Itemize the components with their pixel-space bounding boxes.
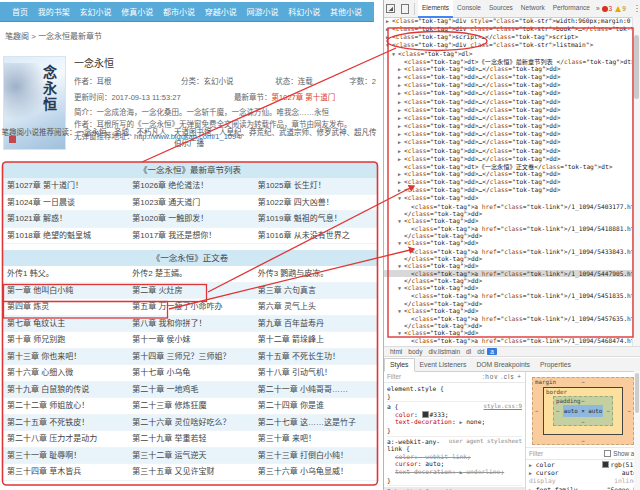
chapter-link[interactable]: 第1018章 绝望的魁皇城 bbox=[2, 228, 127, 245]
chapter-link[interactable]: 第十五章 不死长生功！ bbox=[253, 349, 378, 366]
tree-node[interactable]: ▶<class="tok-tag">script>…</class="tok-t… bbox=[384, 33, 633, 41]
chapter-link[interactable]: 外传3 鹦鹉与皮冻。 bbox=[253, 266, 378, 283]
css-selector[interactable]: style.css:9a { bbox=[387, 403, 522, 411]
tree-node[interactable]: ▼<class="tok-tag">div class="class="tok-… bbox=[384, 41, 633, 49]
scrollbar-thumb[interactable] bbox=[634, 35, 639, 99]
chapter-link[interactable]: 第十一章 侯小妹 bbox=[127, 332, 252, 349]
elements-tree-scrollbar[interactable] bbox=[632, 17, 640, 346]
styles-tab-event-listeners[interactable]: Event Listeners bbox=[415, 359, 472, 371]
tree-node[interactable]: ▶<class="tok-tag">dd>…</class="tok-tag">… bbox=[384, 138, 633, 146]
tree-node[interactable]: ▶<class="tok-tag">dd>…</class="tok-tag">… bbox=[384, 114, 633, 122]
recommend-link[interactable]: 超凡传 bbox=[354, 128, 377, 137]
tree-node[interactable]: ▼<class="tok-tag">dd> bbox=[384, 284, 633, 292]
tree-node[interactable]: </class="tok-tag">dd> bbox=[384, 255, 633, 262]
chapter-link[interactable]: 第十章 师兄别跑 bbox=[2, 332, 127, 349]
chapter-link[interactable]: 第十三章 你也来吧！ bbox=[2, 349, 127, 366]
tree-node[interactable]: ▼<class="tok-tag">dl> bbox=[384, 50, 633, 58]
nav-item[interactable]: 穿越小说 bbox=[205, 6, 237, 17]
styles-filter-input[interactable]: Filter bbox=[387, 373, 401, 380]
tree-node[interactable]: ▶<class="tok-tag">dd>…</class="tok-tag">… bbox=[384, 122, 633, 130]
devtools-tab-console[interactable]: Console bbox=[453, 0, 485, 16]
tree-node[interactable]: ▶<class="tok-tag">div style="class="tok-… bbox=[384, 17, 633, 25]
css-property[interactable]: color: -webkit-link; bbox=[387, 453, 522, 461]
show-all-toggle[interactable]: Show all bbox=[604, 450, 637, 457]
nav-item[interactable]: 我的书架 bbox=[38, 6, 70, 17]
chapter-link[interactable]: 第二章 火灶房 bbox=[127, 283, 252, 300]
tree-node[interactable]: ▶<class="tok-tag">dd>…</class="tok-tag">… bbox=[384, 147, 633, 155]
tree-node[interactable]: ▶<class="tok-tag">dd>…</class="tok-tag">… bbox=[384, 130, 633, 138]
chapter-link[interactable]: 第二十八章 压力才是动力 bbox=[2, 431, 127, 448]
tree-node[interactable]: ▼<class="tok-tag">dd> bbox=[384, 194, 633, 202]
styles-filter-controls[interactable]: :hov .cls + bbox=[482, 373, 522, 380]
computed-property[interactable]: ▶ cursorauto bbox=[529, 469, 637, 477]
computed-property[interactable]: ▶ colorrgb(51, bbox=[529, 461, 637, 469]
tree-node[interactable]: ▶<class="tok-tag">div class="class="tok-… bbox=[384, 25, 633, 33]
recommend-link[interactable]: 武道宗师 bbox=[279, 128, 309, 137]
chapter-link[interactable]: 第1024章 一日晨谈 bbox=[2, 195, 127, 212]
chapter-link[interactable]: 第1020章 一触即发！ bbox=[127, 211, 252, 228]
recommend-link[interactable]: 圣墟 bbox=[114, 128, 129, 137]
styles-tab-styles[interactable]: Styles bbox=[384, 358, 415, 372]
chapter-link[interactable]: 外传2 楚玉嫣。 bbox=[127, 266, 252, 283]
chapter-link[interactable]: 第三十章 来吧！ bbox=[253, 431, 378, 448]
breadcrumb-home[interactable]: 笔趣阁 bbox=[5, 32, 29, 41]
chapter-link[interactable]: 第1016章 从未没有世界之 bbox=[253, 228, 378, 245]
chapter-link[interactable]: 第十六章 心细入微 bbox=[2, 365, 127, 382]
devtools-tab-elements[interactable]: Elements bbox=[418, 0, 453, 18]
recommend-link[interactable]: 天道图书馆 bbox=[174, 128, 212, 137]
chapter-link[interactable]: 第七章 龟纹认主 bbox=[2, 316, 127, 333]
nav-item[interactable]: 其他小说 bbox=[330, 6, 362, 17]
chapter-link[interactable]: 第三十三章 打倒白小纯！ bbox=[253, 448, 378, 465]
chapter-link[interactable]: 第1017章 我还是想你！ bbox=[127, 228, 252, 245]
css-property[interactable]: cursor: auto; bbox=[387, 460, 522, 468]
tree-node[interactable]: ▶<class="tok-tag">dd>…</class="tok-tag">… bbox=[384, 89, 633, 97]
tree-node[interactable]: ▼<class="tok-tag">dd> bbox=[384, 307, 633, 315]
styles-tab-properties[interactable]: Properties bbox=[535, 359, 576, 371]
chapter-link[interactable]: 第1027章 第十道门！ bbox=[2, 178, 127, 195]
recommend-link[interactable]: 一念永恒 bbox=[77, 128, 107, 137]
chapter-link[interactable]: 第二十三章 修炼狂魔 bbox=[127, 398, 252, 415]
nav-item[interactable]: 网游小说 bbox=[247, 6, 279, 17]
dom-crumb[interactable]: html bbox=[387, 348, 405, 355]
latest-chapter-link[interactable]: 第1027章 第十道门 bbox=[272, 93, 336, 102]
tree-node[interactable]: ▶<class="tok-tag">dd>…</class="tok-tag">… bbox=[384, 81, 633, 89]
tree-node[interactable]: ▶<class="tok-tag">dd>…</class="tok-tag">… bbox=[384, 170, 633, 178]
inspect-element-icon[interactable] bbox=[386, 4, 395, 13]
box-model-margin[interactable]: margin − − − − border padding − − − bbox=[532, 377, 634, 445]
tree-node[interactable]: ▶<class="tok-tag">dd>…</class="tok-tag">… bbox=[384, 178, 633, 186]
tree-node[interactable]: </class="tok-tag">dd> bbox=[384, 210, 633, 217]
recommend-link[interactable]: 人皇纪 bbox=[219, 128, 242, 137]
nav-item[interactable]: 玄幻小说 bbox=[80, 6, 112, 17]
chapter-link[interactable]: 第二十七章 这……这是竹子 bbox=[253, 415, 378, 432]
dom-crumb[interactable]: a bbox=[487, 348, 497, 355]
css-property[interactable]: text-decoration: ▶ underline; bbox=[387, 468, 522, 477]
chapter-link[interactable]: 第十四章 三师兄？三师姐？ bbox=[127, 349, 252, 366]
scrollbar-thumb[interactable] bbox=[635, 373, 639, 413]
css-selector[interactable]: user agent stylesheeta:-webkit-any-link … bbox=[387, 438, 522, 453]
chapter-link[interactable]: 第1025章 长生灯！ bbox=[253, 178, 378, 195]
tree-node[interactable]: <class="tok-tag">a href="class="tok-link… bbox=[384, 225, 633, 232]
tree-node[interactable]: <class="tok-tag">a href="class="tok-link… bbox=[384, 315, 633, 322]
checkbox-icon[interactable] bbox=[604, 450, 611, 457]
dom-crumb[interactable]: dl bbox=[463, 348, 474, 355]
chapter-link[interactable]: 外传1 韩父。 bbox=[2, 266, 127, 283]
chapter-link[interactable]: 第三章 六句真言 bbox=[253, 283, 378, 300]
tree-node[interactable]: ▼<class="tok-tag">dd> bbox=[384, 217, 633, 225]
tree-node[interactable]: </class="tok-tag">dd> bbox=[384, 232, 633, 239]
chapter-link[interactable]: 第二十五章 不死铁皮！ bbox=[2, 415, 127, 432]
chapter-link[interactable]: 第二十四章 你是谁 bbox=[253, 398, 378, 415]
device-toolbar-icon[interactable] bbox=[401, 4, 409, 14]
console-warning-badge[interactable]: 9 bbox=[615, 5, 626, 12]
recommend-link[interactable]: 修罗武神 bbox=[317, 128, 347, 137]
recommend-link[interactable]: 不朽凡人 bbox=[137, 128, 167, 137]
chapter-link[interactable]: 第三十五章 又见许宝财 bbox=[127, 464, 252, 481]
tree-node[interactable]: ▶<class="tok-tag">dd>…</class="tok-tag">… bbox=[384, 73, 633, 81]
chapter-link[interactable]: 第1019章 魁祖的气息！ bbox=[253, 211, 378, 228]
css-selector[interactable]: element.style { bbox=[387, 385, 522, 393]
recommend-link[interactable]: 莽荒纪 bbox=[249, 128, 272, 137]
devtools-tab-network[interactable]: Network bbox=[517, 0, 549, 16]
chapter-link[interactable]: 第十七章 小乌龟 bbox=[127, 365, 252, 382]
tree-node-selected[interactable]: <class="tok-tag">a href="class="tok-link… bbox=[384, 270, 633, 277]
tree-node[interactable]: <class="tok-tag">dt>《一念永恒》最新章节列表 </class… bbox=[384, 58, 633, 65]
chapter-link[interactable]: 第三十二章 运气逆天 bbox=[127, 448, 252, 465]
